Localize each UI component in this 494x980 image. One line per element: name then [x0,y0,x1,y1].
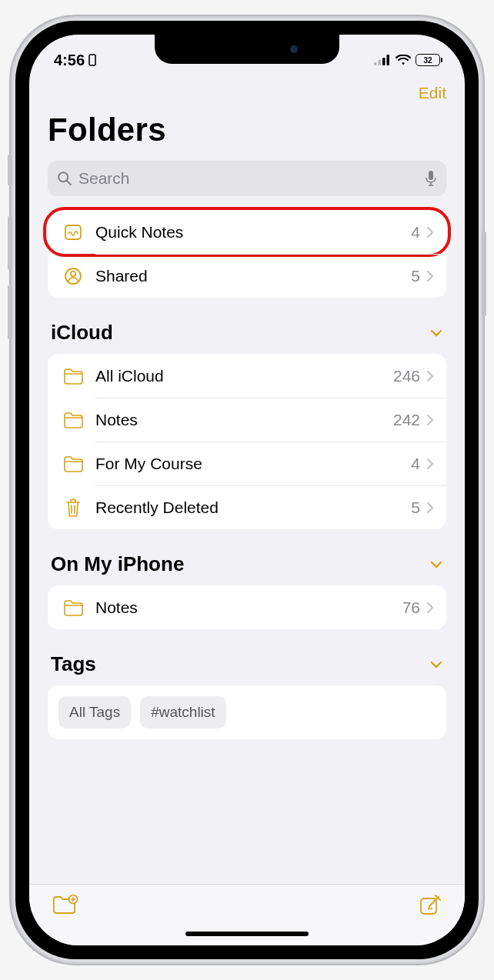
mic-icon[interactable] [425,170,437,187]
chevron-down-icon[interactable] [429,328,443,338]
folder-count: 4 [411,223,420,242]
folder-label: All iCloud [95,367,393,385]
compose-button[interactable] [419,894,442,917]
folder-label: Recently Deleted [95,498,411,517]
chevron-right-icon [426,414,434,426]
tag-chip[interactable]: #watchlist [140,696,225,728]
section-title: On My iPhone [51,552,184,576]
folder-row[interactable]: All iCloud 246 [48,354,446,398]
battery-icon: 32 [416,54,440,66]
svg-rect-7 [429,171,433,180]
svg-rect-1 [374,62,377,65]
folder-label: Quick Notes [95,223,411,242]
top-folder-list: Quick Notes 4 Shared 5 [48,210,446,298]
svg-rect-0 [89,55,95,65]
chevron-right-icon [426,458,434,470]
folder-icon [62,455,85,472]
chevron-right-icon [426,270,434,282]
folder-count: 5 [411,267,420,285]
chevron-right-icon [426,502,434,514]
search-input[interactable]: Search [48,161,446,196]
folder-label: Notes [95,598,402,617]
shared-icon [62,267,85,285]
folder-label: Shared [95,267,411,285]
page-title: Folders [48,112,446,148]
folder-row-shared[interactable]: Shared 5 [48,254,446,298]
folder-count: 242 [393,411,420,429]
wifi-icon [396,55,411,65]
chevron-down-icon[interactable] [429,660,443,669]
folder-icon [62,368,85,385]
side-button [8,216,12,270]
svg-rect-2 [379,60,382,65]
trash-icon [62,498,85,517]
side-button [8,285,12,339]
chevron-right-icon [426,602,434,614]
new-folder-button[interactable] [52,894,78,915]
folder-row-quick-notes[interactable]: Quick Notes 4 [48,210,446,254]
status-time: 4:56 [54,52,85,69]
section-header-local[interactable]: On My iPhone [29,552,465,585]
chevron-down-icon[interactable] [429,560,443,569]
orientation-lock-icon [88,54,97,66]
chevron-right-icon [426,226,434,238]
icloud-folder-list: All iCloud 246 Notes 242 [48,354,446,529]
svg-rect-3 [382,58,386,65]
folder-row-trash[interactable]: Recently Deleted 5 [48,485,446,529]
folder-row[interactable]: For My Course 4 [48,442,446,485]
folder-count: 4 [411,455,420,473]
bottom-toolbar [29,884,465,945]
svg-rect-4 [387,55,390,65]
section-header-tags[interactable]: Tags [29,652,465,685]
edit-button[interactable]: Edit [419,84,446,102]
svg-point-12 [71,271,75,275]
folder-count: 246 [393,367,420,385]
section-title: iCloud [51,321,113,345]
battery-level: 32 [423,56,432,65]
tags-box: All Tags #watchlist [48,685,446,739]
svg-line-6 [67,181,71,185]
side-button [482,232,486,316]
folder-icon [62,412,85,428]
svg-rect-10 [65,225,81,239]
side-button [8,155,12,185]
folder-row[interactable]: Notes 76 [48,585,446,629]
folder-icon [62,599,85,616]
local-folder-list: Notes 76 [48,585,446,629]
notch [155,35,339,64]
folder-row[interactable]: Notes 242 [48,398,446,442]
tag-chip[interactable]: All Tags [58,696,131,728]
folder-label: Notes [95,411,393,429]
search-icon [57,171,72,186]
chevron-right-icon [426,370,434,382]
phone-frame: 4:56 [11,16,483,964]
section-title: Tags [51,652,96,676]
folder-label: For My Course [95,455,411,473]
folder-count: 5 [411,498,420,517]
section-header-icloud[interactable]: iCloud [29,321,465,354]
cellular-signal-icon [374,55,391,65]
home-indicator[interactable] [185,932,309,936]
folder-count: 76 [402,598,420,617]
search-placeholder: Search [78,169,419,188]
quick-note-icon [62,223,85,242]
